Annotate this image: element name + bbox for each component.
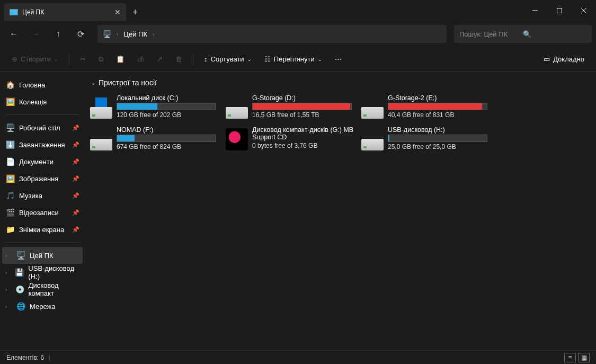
sidebar-item[interactable]: 🖼️Колекція bbox=[0, 93, 85, 110]
forward-button[interactable]: → bbox=[26, 24, 46, 43]
new-tab-button[interactable]: + bbox=[132, 7, 138, 18]
drive-item[interactable]: G-Storage-2 (E:) 40,4 GB free of 831 GB bbox=[360, 92, 494, 122]
sidebar-item-label: USB-дисковод (H:) bbox=[28, 264, 79, 280]
drive-free-text: 0 bytes free of 3,76 GB bbox=[252, 142, 357, 149]
sidebar-item-label: Головна bbox=[19, 81, 45, 89]
sidebar-item-label: Дисковод компакт bbox=[29, 281, 79, 297]
sort-button[interactable]: ↕ Сортувати ⌄ bbox=[199, 50, 257, 68]
close-tab-icon[interactable]: ✕ bbox=[114, 8, 121, 16]
sidebar-item-label: Колекція bbox=[19, 98, 47, 106]
rename-button[interactable]: ㏈ bbox=[132, 50, 149, 68]
maximize-button[interactable] bbox=[547, 0, 572, 21]
chevron-down-icon: ⌄ bbox=[91, 80, 95, 86]
window-controls bbox=[523, 0, 596, 21]
minimize-button[interactable] bbox=[523, 0, 547, 21]
trash-icon: 🗑 bbox=[175, 55, 182, 63]
search-icon: 🔍 bbox=[523, 30, 586, 38]
folder-icon: 🎵 bbox=[5, 191, 15, 200]
chevron-right-icon[interactable]: › bbox=[5, 253, 12, 259]
sidebar-item[interactable]: 🎵Музика📌 bbox=[0, 187, 85, 204]
up-button[interactable]: ↑ bbox=[49, 24, 68, 43]
folder-icon: 🎬 bbox=[5, 208, 15, 217]
capacity-bar bbox=[117, 103, 216, 110]
create-button[interactable]: ⊕ Створити ⌄ bbox=[6, 50, 64, 68]
group-header[interactable]: ⌄ Пристрої та носії bbox=[89, 78, 592, 87]
drive-name: G-Storage (D:) bbox=[252, 94, 357, 102]
view-button[interactable]: ☷ Переглянути ⌄ bbox=[259, 50, 327, 68]
copy-button[interactable]: ⧉ bbox=[93, 50, 109, 68]
close-window-button[interactable] bbox=[572, 0, 596, 21]
chevron-right-icon[interactable]: › bbox=[5, 270, 11, 276]
sidebar-item-label: Робочий стіл bbox=[19, 124, 60, 132]
sidebar-item[interactable]: 🖼️Зображення📌 bbox=[0, 170, 85, 187]
drive-item[interactable]: NOMAD (F:) 674 GB free of 824 GB bbox=[89, 124, 223, 154]
separator bbox=[5, 242, 79, 243]
folder-icon: 💾 bbox=[15, 268, 24, 277]
drive-name: G-Storage-2 (E:) bbox=[388, 94, 493, 102]
nav-row: ← → ↑ ⟳ 🖥️ › Цей ПК › Пошук: Цей ПК 🔍 bbox=[0, 21, 596, 47]
details-pane-button[interactable]: ▭ Докладно bbox=[538, 50, 590, 68]
folder-icon: 🖼️ bbox=[5, 174, 15, 183]
drive-icon bbox=[361, 96, 384, 119]
breadcrumb[interactable]: Цей ПК bbox=[123, 30, 147, 38]
folder-icon: 🖥️ bbox=[5, 123, 15, 132]
drive-item[interactable]: G-Storage (D:) 16,5 GB free of 1,55 TB bbox=[225, 92, 358, 122]
drive-item[interactable]: Локальний диск (C:) 120 GB free of 202 G… bbox=[89, 92, 223, 122]
share-button[interactable]: ↗ bbox=[152, 50, 168, 68]
sidebar-item-label: Знімки екрана bbox=[19, 226, 64, 234]
sidebar-item[interactable]: 🏠Головна bbox=[0, 76, 85, 93]
chevron-right-icon[interactable]: › bbox=[5, 304, 12, 309]
delete-button[interactable]: 🗑 bbox=[170, 50, 188, 68]
pin-icon[interactable]: 📌 bbox=[72, 226, 79, 233]
refresh-button[interactable]: ⟳ bbox=[71, 24, 90, 43]
sidebar-item[interactable]: 📁Знімки екрана📌 bbox=[0, 221, 85, 238]
sidebar-item[interactable]: ›🌐Мережа bbox=[0, 298, 85, 315]
chevron-down-icon: ⌄ bbox=[318, 57, 322, 62]
paste-button[interactable]: 📋 bbox=[111, 50, 130, 68]
drive-free-text: 120 GB free of 202 GB bbox=[117, 111, 221, 119]
statusbar: Елементів: 6 ≡ ▦ bbox=[0, 350, 596, 364]
chevron-down-icon: ⌄ bbox=[54, 57, 58, 62]
back-button[interactable]: ← bbox=[4, 24, 23, 43]
share-icon: ↗ bbox=[157, 55, 163, 63]
sidebar-item[interactable]: ›💾USB-дисковод (H:) bbox=[0, 264, 85, 281]
sidebar-item[interactable]: 📄Документи📌 bbox=[0, 153, 85, 170]
address-bar[interactable]: 🖥️ › Цей ПК › bbox=[97, 25, 447, 43]
pin-icon[interactable]: 📌 bbox=[72, 209, 79, 216]
separator bbox=[5, 114, 79, 115]
sidebar-item[interactable]: ›🖥️Цей ПК bbox=[2, 247, 83, 264]
sidebar-item-label: Мережа bbox=[30, 303, 55, 310]
pin-icon[interactable]: 📌 bbox=[72, 158, 79, 165]
chevron-right-icon[interactable]: › bbox=[5, 287, 11, 292]
drive-item[interactable]: Дисковод компакт-дисків (G:) MB Support … bbox=[225, 124, 358, 154]
more-button[interactable]: ⋯ bbox=[330, 50, 347, 68]
separator bbox=[193, 53, 193, 66]
cut-button[interactable]: ✂ bbox=[75, 50, 91, 68]
search-input[interactable]: Пошук: Цей ПК 🔍 bbox=[454, 25, 592, 43]
pin-icon[interactable]: 📌 bbox=[72, 192, 79, 199]
capacity-bar bbox=[252, 103, 352, 110]
tab-this-pc[interactable]: Цей ПК ✕ bbox=[4, 3, 126, 21]
sidebar-item[interactable]: 🎬Відеозаписи📌 bbox=[0, 204, 85, 221]
chevron-right-icon: › bbox=[117, 31, 118, 37]
sidebar-item-label: Цей ПК bbox=[30, 252, 54, 260]
folder-icon: 🖥️ bbox=[16, 251, 25, 260]
sidebar-item[interactable]: ›💿Дисковод компакт bbox=[0, 281, 85, 298]
pin-icon[interactable]: 📌 bbox=[72, 141, 79, 148]
pin-icon[interactable]: 📌 bbox=[72, 125, 79, 131]
sidebar-item-label: Музика bbox=[19, 192, 42, 200]
sort-icon: ↕ bbox=[204, 55, 208, 63]
drive-item[interactable]: USB-дисковод (H:) 25,0 GB free of 25,0 G… bbox=[360, 124, 494, 154]
sidebar-item[interactable]: ⬇️Завантаження📌 bbox=[0, 136, 85, 153]
drives-grid: Локальний диск (C:) 120 GB free of 202 G… bbox=[89, 92, 592, 154]
drive-icon bbox=[226, 96, 248, 119]
details-view-button[interactable]: ≡ bbox=[564, 353, 576, 362]
sidebar: 🏠Головна🖼️Колекція🖥️Робочий стіл📌⬇️Заван… bbox=[0, 72, 85, 350]
pin-icon[interactable]: 📌 bbox=[72, 175, 79, 182]
chevron-down-icon: ⌄ bbox=[247, 57, 252, 62]
sidebar-item[interactable]: 🖥️Робочий стіл📌 bbox=[0, 119, 85, 136]
tiles-view-button[interactable]: ▦ bbox=[578, 353, 590, 362]
item-count: Елементів: 6 bbox=[6, 354, 44, 361]
drive-icon bbox=[90, 96, 112, 119]
chevron-right-icon[interactable]: › bbox=[153, 31, 154, 37]
